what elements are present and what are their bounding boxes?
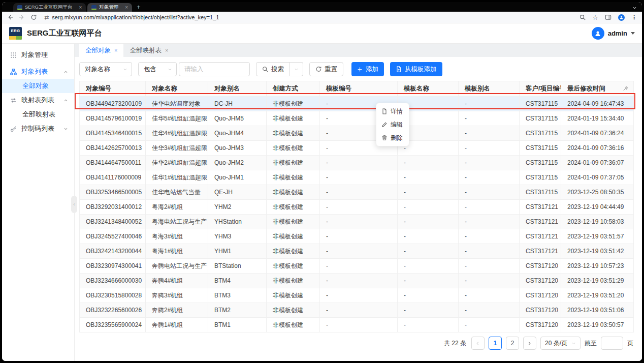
reload-icon[interactable] <box>30 14 37 20</box>
new-tab-button[interactable]: + <box>137 4 140 11</box>
side-panel-icon[interactable] <box>605 14 611 20</box>
page-button-1[interactable]: 1 <box>489 337 502 350</box>
table-cell: CST317115 <box>520 170 561 185</box>
search-input[interactable] <box>179 62 250 76</box>
forward-icon[interactable] <box>19 14 25 20</box>
table-cell: CST317120 <box>520 303 561 318</box>
sidebar-item-all-objects[interactable]: 全部对象 <box>2 79 74 93</box>
content-tab-all-objects[interactable]: 全部对象 × <box>79 44 123 57</box>
sidebar-item-mapping-list[interactable]: 映射表列表 <box>2 93 74 107</box>
content-tab-all-mappings[interactable]: 全部映射表 × <box>123 44 174 57</box>
table-cell: 非模板创建 <box>267 229 320 244</box>
table-cell: - <box>398 156 459 170</box>
operator-select[interactable]: 包含 <box>138 62 177 76</box>
browser-tab-object-management[interactable]: 对象管理 × <box>87 3 132 12</box>
pin-icon[interactable] <box>623 86 628 92</box>
page-size-select[interactable]: 20 条/页 <box>540 337 581 350</box>
table-row[interactable]: OBJ3241348400052粤海电站工况与生产YHStation非模板创建-… <box>80 215 634 229</box>
jump-page-input[interactable] <box>601 337 623 350</box>
table-row[interactable]: OBJ3253466500005佳华电站燃气当量QE-JH非模板创建---CST… <box>80 185 634 200</box>
detail-icon <box>381 108 388 114</box>
table-cell: 佳华电站燃气当量 <box>146 185 208 200</box>
user-menu[interactable]: admin <box>592 27 635 40</box>
browser-tab-platform[interactable]: SERG工业互联网平台 × <box>13 3 86 12</box>
table-row[interactable]: OBJ3234666000030奔腾4#机组BTM4非模板创建---CST317… <box>80 274 634 288</box>
sidebar-collapse-handle[interactable]: ‹ <box>71 196 77 213</box>
table-row[interactable]: OBJ3232265600026奔腾2#机组BTM2非模板创建---CST317… <box>80 303 634 318</box>
table-row[interactable]: OBJ3230515800028奔腾3#机组BTM3非模板创建---CST317… <box>80 288 634 303</box>
browser-profile-avatar[interactable] <box>618 14 625 21</box>
table-cell: Quo-JHM4 <box>208 126 267 141</box>
table-cell: - <box>320 185 398 200</box>
jump-suffix-label: 页 <box>627 339 633 348</box>
browser-menu-icon[interactable]: ⋮ <box>631 14 637 21</box>
table-row[interactable]: OBJ4141176000009佳华1#机组缸温超限...Quo-JHM1非模板… <box>80 170 634 185</box>
url-text: serg.mixyun.com/mixapplication/#/object/… <box>52 14 219 20</box>
sidebar-item-label: 映射表列表 <box>21 96 54 105</box>
browser-tab-title: 对象管理 <box>99 4 118 11</box>
address-bar[interactable]: ⇄ serg.mixyun.com/mixapplication/#/objec… <box>44 14 573 21</box>
table-cell: 2024-01-19 15:34:40 <box>561 111 634 126</box>
table-cell: - <box>459 170 520 185</box>
back-icon[interactable] <box>7 14 13 20</box>
table-cell: - <box>459 111 520 126</box>
table-row[interactable]: OBJ3235565900024奔腾1#机组BTM1非模板创建---CST317… <box>80 318 634 332</box>
table-row[interactable]: OBJ4145796100019佳华5#机组缸温超限...Quo-JHM5非模板… <box>80 111 634 126</box>
add-from-template-button[interactable]: 从模板添加 <box>390 62 442 76</box>
table-row[interactable]: OBJ3245527400046粤海3#机组YHM3非模板创建---CST317… <box>80 229 634 244</box>
table-cell: CST317121 <box>520 200 561 215</box>
zoom-icon[interactable] <box>579 14 586 20</box>
table-row[interactable]: OBJ3242143200044粤海1#机组YHM1非模板创建---CST317… <box>80 244 634 259</box>
sidebar-item-all-mappings[interactable]: 全部映射表 <box>2 107 74 122</box>
sidebar-item-object-management[interactable]: 对象管理 <box>2 47 74 63</box>
context-menu-item-delete[interactable]: 删除 <box>376 131 409 144</box>
table-cell: - <box>320 156 398 170</box>
tab-list-chevron-icon[interactable] <box>632 6 637 10</box>
tab-close-icon[interactable]: × <box>79 5 82 10</box>
browser-toolbar: ⇄ serg.mixyun.com/mixapplication/#/objec… <box>2 12 642 23</box>
table-cell: 奔腾2#机组 <box>146 303 208 318</box>
table-row[interactable]: OBJ4144647500011佳华2#机组缸温超限...Quo-JHM2非模板… <box>80 156 634 170</box>
next-page-button[interactable] <box>523 337 536 350</box>
table-cell: 2024-01-09 07:36:07 <box>561 156 634 170</box>
chevron-down-icon <box>123 67 127 72</box>
table-row[interactable]: OBJ4494273200109佳华电站调度对象DC-JH非模板创建---CST… <box>80 97 634 111</box>
user-caret-icon <box>631 32 635 35</box>
column-header: 最后修改时间 <box>561 81 634 97</box>
close-icon[interactable]: × <box>165 47 168 53</box>
bookmark-star-icon[interactable]: ☆ <box>592 14 598 21</box>
table-cell: 2024-01-09 07:36:24 <box>561 126 634 141</box>
table-cell: 2024-01-09 07:37:05 <box>561 170 634 185</box>
table-cell: OBJ3292031400012 <box>80 200 146 215</box>
search-options-button[interactable] <box>290 62 303 76</box>
table-row[interactable]: OBJ3230974300041奔腾电站工况与生产BTStation非模板创建-… <box>80 259 634 274</box>
add-button[interactable]: 添加 <box>351 62 384 76</box>
table-cell: 粤海电站工况与生产 <box>146 215 208 229</box>
table-cell: 粤海2#机组 <box>146 200 208 215</box>
prev-page-button[interactable] <box>471 337 485 350</box>
context-menu: 详情 编辑 删除 <box>376 103 409 146</box>
table-cell: - <box>320 215 398 229</box>
table-cell: CST317115 <box>520 185 561 200</box>
table-cell: 非模板创建 <box>267 170 320 185</box>
tab-close-icon[interactable]: × <box>125 5 128 10</box>
sidebar-item-object-list[interactable]: 对象列表 <box>2 65 74 79</box>
table-row[interactable]: OBJ4145346400015佳华4#机组缸温超限...Quo-JHM4非模板… <box>80 126 634 141</box>
table-cell: - <box>320 288 398 303</box>
page-button-2[interactable]: 2 <box>506 337 519 350</box>
table-cell: - <box>398 215 459 229</box>
object-table: 对象编号 对象名称 对象别名 创建方式 模板编号 模板名称 模板别名 客户/项目… <box>79 81 633 332</box>
search-button[interactable]: 搜索 <box>256 62 290 76</box>
close-icon[interactable]: × <box>114 47 117 53</box>
table-row[interactable]: OBJ3292031400012粤海2#机组YHM2非模板创建---CST317… <box>80 200 634 215</box>
reset-button[interactable]: 重置 <box>309 62 343 76</box>
table-cell: - <box>459 126 520 141</box>
grid-icon <box>10 52 17 58</box>
site-info-icon[interactable]: ⇄ <box>44 14 49 21</box>
table-cell: 奔腾4#机组 <box>146 274 208 288</box>
sidebar-item-control-code-list[interactable]: 控制码列表 <box>2 122 74 136</box>
field-select[interactable]: 对象名称 <box>79 62 132 76</box>
context-menu-item-detail[interactable]: 详情 <box>376 105 409 118</box>
table-row[interactable]: OBJ4142625700013佳华3#机组缸温超限...Quo-JHM3非模板… <box>80 141 634 156</box>
context-menu-item-edit[interactable]: 编辑 <box>376 118 409 131</box>
